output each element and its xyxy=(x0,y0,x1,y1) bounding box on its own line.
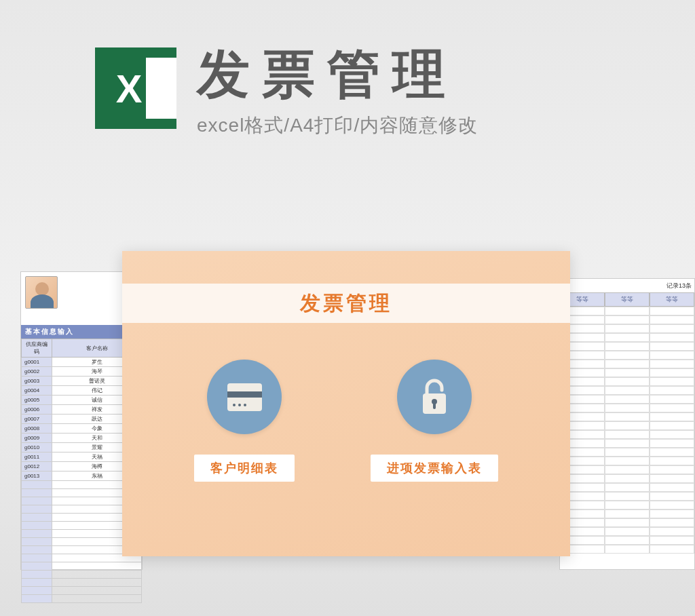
record-count: 记录13条 xyxy=(560,279,694,292)
avatar xyxy=(25,276,58,309)
customer-detail-button[interactable]: 客户明细表 xyxy=(194,360,295,482)
grid-row xyxy=(560,412,694,421)
cell-code: g0009 xyxy=(22,434,52,443)
background-sheet-right: 记录13条 等等 等等 等等 xyxy=(559,278,695,570)
grid-row xyxy=(560,395,694,404)
invoice-input-button[interactable]: 进项发票输入表 xyxy=(371,360,498,482)
lock-icon xyxy=(397,360,472,434)
cell-code: g0006 xyxy=(22,405,52,415)
grid-row xyxy=(560,483,694,492)
right-sheet-headers: 等等 等等 等等 xyxy=(560,292,694,307)
grid-row xyxy=(560,465,694,474)
cell-code: g0008 xyxy=(22,424,52,434)
customer-detail-label: 客户明细表 xyxy=(194,455,295,482)
grid-row xyxy=(560,527,694,536)
invoice-input-label: 进项发票输入表 xyxy=(371,455,498,482)
cell-code: g0002 xyxy=(22,367,52,377)
cell-code: g0011 xyxy=(22,453,52,462)
card-icon xyxy=(207,360,282,434)
right-grid xyxy=(560,307,694,554)
grid-row xyxy=(560,545,694,554)
grid-row xyxy=(560,439,694,448)
excel-x-letter: X xyxy=(116,66,143,111)
cell-code: g0010 xyxy=(22,443,52,453)
grid-row xyxy=(560,501,694,509)
grid-row xyxy=(560,360,694,368)
card-title-band: 发票管理 xyxy=(122,284,570,323)
header-text: 发票管理 excel格式/A4打印/内容随意修改 xyxy=(197,47,478,138)
grid-row xyxy=(560,509,694,518)
grid-row xyxy=(560,492,694,501)
cell-code: g0003 xyxy=(22,377,52,386)
card-buttons: 客户明细表 进项发票输入表 xyxy=(122,360,570,482)
svg-point-3 xyxy=(238,404,241,406)
cell-code: g0004 xyxy=(22,386,52,396)
grid-row xyxy=(560,324,694,333)
table-row-empty xyxy=(22,571,142,579)
grid-row xyxy=(560,351,694,360)
table-row-empty xyxy=(22,587,142,595)
grid-row xyxy=(560,518,694,527)
grid-row xyxy=(560,474,694,483)
grid-row xyxy=(560,457,694,465)
grid-row xyxy=(560,307,694,315)
card-title: 发票管理 xyxy=(300,290,392,317)
table-row-empty xyxy=(22,579,142,587)
grid-row xyxy=(560,536,694,545)
grid-row xyxy=(560,333,694,342)
cell-code: g0001 xyxy=(22,358,52,367)
grid-row xyxy=(560,421,694,430)
col-header-code: 供应商编码 xyxy=(22,339,52,358)
svg-rect-7 xyxy=(433,403,436,409)
grid-row xyxy=(560,404,694,412)
svg-point-2 xyxy=(233,404,236,406)
grid-row xyxy=(560,342,694,351)
grid-row xyxy=(560,377,694,386)
excel-icon: X xyxy=(95,47,176,129)
grid-row xyxy=(560,386,694,395)
cell-code: g0012 xyxy=(22,462,52,471)
svg-point-4 xyxy=(244,404,246,406)
right-col-1: 等等 xyxy=(605,292,650,307)
cell-code: g0005 xyxy=(22,396,52,405)
grid-row xyxy=(560,315,694,324)
page-subtitle: excel格式/A4打印/内容随意修改 xyxy=(197,113,478,138)
cell-code: g0007 xyxy=(22,415,52,424)
cell-code: g0013 xyxy=(22,471,52,481)
grid-row xyxy=(560,368,694,377)
table-row-empty xyxy=(22,562,142,571)
grid-row xyxy=(560,430,694,439)
grid-row xyxy=(560,448,694,457)
header: X 发票管理 excel格式/A4打印/内容随意修改 xyxy=(0,0,695,138)
right-col-2: 等等 xyxy=(650,292,694,307)
page-title: 发票管理 xyxy=(197,47,478,100)
main-card: 发票管理 客户明细表 xyxy=(122,251,570,556)
svg-rect-1 xyxy=(227,391,262,398)
table-row-empty xyxy=(22,595,142,603)
